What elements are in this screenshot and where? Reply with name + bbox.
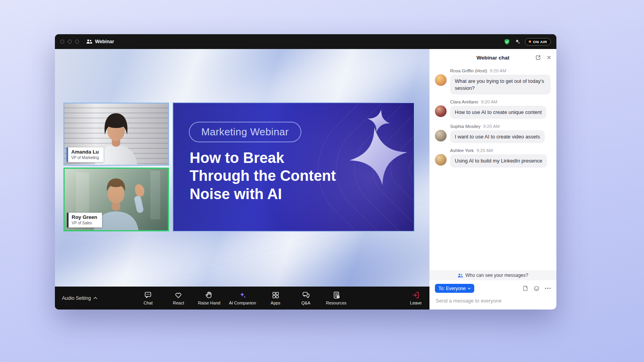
app-title-label: Webinar [95, 39, 114, 44]
message-time: 9:20 AM [481, 100, 497, 104]
leave-label: Leave [410, 301, 422, 305]
ai-companion-sparkle-icon[interactable] [514, 38, 521, 45]
avatar [435, 154, 447, 166]
window-zoom-button[interactable] [75, 40, 79, 44]
on-air-dot [529, 40, 531, 43]
chat-header-title: Webinar chat [477, 55, 510, 61]
chat-message: Rosa Griffin (Host)9:20 AM What are you … [435, 68, 551, 94]
window-close-button[interactable] [60, 40, 64, 44]
ai-companion-label: AI Companion [229, 301, 256, 305]
more-options-icon[interactable] [545, 287, 551, 289]
raise-hand-button[interactable]: Raise Hand [195, 290, 222, 306]
window-controls [60, 40, 79, 44]
name-tag-roy: Roy Green VP of Sales [67, 213, 102, 227]
chat-message: Sophia Mosiley9:20 AM I want to use AI t… [435, 124, 551, 143]
security-shield-icon[interactable] [504, 38, 510, 45]
sender-name: Sophia Mosiley [450, 124, 480, 129]
ai-companion-button[interactable]: AI Companion [227, 290, 259, 306]
message-bubble: What are you trying to get out of today'… [450, 75, 551, 94]
chat-compose-area: To: Everyone [429, 280, 556, 310]
qa-icon [302, 291, 310, 299]
close-icon[interactable] [546, 55, 552, 60]
chat-message: Ashlee York9:20 AM Using AI to build my … [435, 148, 551, 168]
raise-hand-label: Raise Hand [198, 301, 220, 305]
participant-role: VP of Marketing [71, 155, 99, 160]
resources-icon [332, 291, 341, 299]
meeting-toolbar: Audio Setting Chat [55, 287, 429, 310]
chat-message-list: Rosa Griffin (Host)9:20 AM What are you … [429, 66, 556, 270]
on-air-badge: ON AIR [525, 38, 551, 45]
avatar [435, 74, 447, 86]
video-stage: Amanda Lu VP of Marketing [55, 49, 429, 287]
name-tag-amanda: Amanda Lu VP of Marketing [67, 147, 104, 162]
privacy-note[interactable]: Who can see your messages? [429, 270, 556, 280]
message-bubble: I want to use AI to create video assets [450, 130, 545, 143]
message-time: 9:20 AM [483, 124, 500, 129]
webinar-window: Webinar ON AIR [55, 34, 556, 310]
app-title: Webinar [86, 39, 114, 44]
to-everyone-label: To: Everyone [438, 286, 466, 291]
audio-setting-button[interactable]: Audio Setting [62, 296, 97, 301]
chevron-up-icon [93, 297, 97, 299]
to-everyone-button[interactable]: To: Everyone [435, 284, 474, 293]
apps-icon [271, 291, 280, 299]
pop-out-icon[interactable] [535, 54, 541, 61]
apps-label: Apps [271, 301, 280, 305]
chat-icon [144, 291, 152, 299]
message-input[interactable] [435, 297, 553, 304]
chat-message: Clara Arellano9:20 AM How to use AI to c… [435, 100, 551, 119]
shared-slide: Marketing Webinar How to Break Through t… [172, 102, 415, 232]
react-label: React [173, 301, 184, 305]
sender-name: Clara Arellano [450, 100, 478, 104]
avatar [435, 130, 447, 142]
qa-button[interactable]: Q&A [293, 290, 319, 306]
chat-header: Webinar chat [429, 49, 556, 66]
message-bubble: Using AI to build my LinkedIn presence [450, 154, 547, 168]
ai-companion-icon [238, 291, 247, 299]
emoji-icon[interactable] [533, 285, 540, 292]
participant-role: VP of Sales [72, 220, 97, 226]
chat-label: Chat [144, 301, 153, 305]
leave-button[interactable]: Leave [410, 291, 422, 305]
sender-name: Rosa Griffin (Host) [450, 68, 487, 73]
audio-setting-label: Audio Setting [62, 296, 91, 301]
avatar [435, 105, 447, 117]
participant-name: Amanda Lu [71, 149, 99, 155]
chevron-down-icon [468, 287, 471, 290]
resources-label: Resources [326, 301, 347, 305]
titlebar: Webinar ON AIR [55, 34, 556, 49]
slide-star-large [349, 127, 408, 185]
message-time: 9:20 AM [490, 68, 506, 73]
webinar-chat-panel: Webinar chat Rosa Griffin [429, 49, 556, 310]
participants-icon [86, 39, 92, 44]
heart-icon [174, 291, 183, 299]
video-tile-roy[interactable]: Roy Green VP of Sales [63, 168, 169, 231]
people-privacy-icon [457, 273, 463, 278]
leave-icon [412, 291, 420, 299]
message-bubble: How to use AI to create unique content [450, 106, 546, 119]
participant-name: Roy Green [72, 214, 97, 220]
video-tile-amanda[interactable]: Amanda Lu VP of Marketing [63, 103, 169, 166]
window-minimize-button[interactable] [68, 40, 72, 44]
privacy-note-text: Who can see your messages? [465, 273, 528, 278]
raise-hand-icon [205, 291, 213, 299]
apps-button[interactable]: Apps [262, 290, 289, 306]
file-attach-icon[interactable] [523, 285, 528, 292]
sender-name: Ashlee York [450, 148, 474, 153]
react-button[interactable]: React [165, 290, 192, 306]
slide-badge: Marketing Webinar [189, 122, 301, 142]
chat-button[interactable]: Chat [135, 290, 161, 306]
slide-title: How to Break Through the Content Noise w… [190, 149, 336, 203]
message-time: 9:20 AM [477, 148, 493, 153]
on-air-label: ON AIR [533, 40, 547, 44]
resources-button[interactable]: Resources [323, 290, 350, 306]
qa-label: Q&A [301, 301, 310, 305]
